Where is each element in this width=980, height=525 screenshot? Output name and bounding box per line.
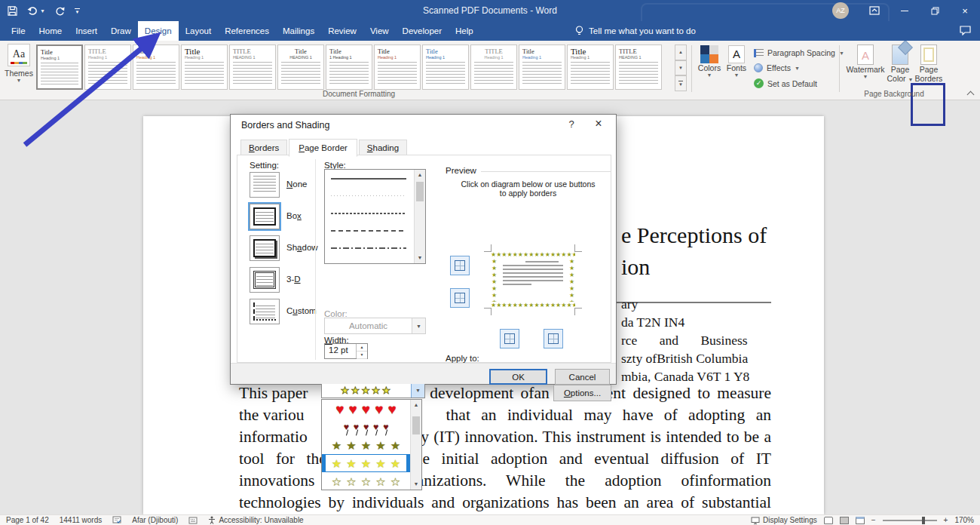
read-mode-icon[interactable] xyxy=(824,517,833,524)
line-style-option-solid[interactable] xyxy=(325,170,425,187)
tab-mailings[interactable]: Mailings xyxy=(276,21,321,41)
width-spinner[interactable]: 12 pt ▲▼ xyxy=(324,343,368,359)
style-scrollbar[interactable]: ▲ ▼ xyxy=(414,170,425,263)
zoom-slider-thumb[interactable] xyxy=(922,517,925,524)
preview-diagram[interactable]: ★★★★★★★★★★★★★★★★★★ ★★★★★★★★★★★★★★★★★★ ★★… xyxy=(491,251,575,309)
restore-button[interactable] xyxy=(920,0,950,21)
style-set-thumbnail[interactable]: TitleHEADING 1 xyxy=(277,45,324,90)
colors-button[interactable]: Colors ▼ xyxy=(695,45,724,78)
style-listbox[interactable]: ▲ ▼ xyxy=(324,169,426,264)
collapse-ribbon-icon[interactable] xyxy=(968,90,974,96)
style-set-thumbnail[interactable]: TITLEHeading 1 xyxy=(470,45,517,90)
minimize-button[interactable] xyxy=(890,0,920,21)
proofing-icon[interactable] xyxy=(112,516,121,524)
style-set-thumbnail[interactable]: TitleHeading 1 xyxy=(36,45,83,90)
style-set-thumbnail[interactable]: TitleHeading 1 xyxy=(133,45,179,90)
comments-icon[interactable] xyxy=(960,25,971,38)
print-layout-icon[interactable] xyxy=(840,517,849,524)
thumbnail-body-lines xyxy=(281,62,320,86)
bottom-border-toggle-button[interactable] xyxy=(450,288,470,308)
art-list-scrollbar[interactable]: ▲ ▼ xyxy=(410,400,421,490)
top-border-toggle-button[interactable] xyxy=(450,256,470,275)
fonts-button[interactable]: A Fonts ▼ xyxy=(724,45,749,78)
tab-layout[interactable]: Layout xyxy=(179,21,219,41)
zoom-out-button[interactable]: − xyxy=(871,516,876,524)
themes-button[interactable]: Aa Themes ▼ xyxy=(4,44,34,94)
style-set-thumbnail[interactable]: TitleHeading 1 xyxy=(181,45,228,90)
keyboard-icon[interactable] xyxy=(188,517,198,524)
dialog-help-button[interactable]: ? xyxy=(562,118,581,130)
line-style-option-densedash[interactable] xyxy=(325,204,425,222)
gallery-up-icon[interactable]: ▲ xyxy=(675,45,687,60)
web-layout-icon[interactable] xyxy=(856,517,865,524)
chevron-down-icon[interactable]: ▼ xyxy=(411,382,424,398)
gallery-more-icon[interactable]: ▼ xyxy=(675,75,687,91)
cancel-button[interactable]: Cancel xyxy=(555,369,610,385)
tab-home[interactable]: Home xyxy=(32,21,69,41)
dialog-close-button[interactable]: × xyxy=(587,117,610,130)
art-option-olive-stars[interactable]: ★★★★★ xyxy=(322,436,410,454)
tell-me-box[interactable]: Tell me what you want to do xyxy=(575,21,696,41)
tab-insert[interactable]: Insert xyxy=(69,21,104,41)
dialog-tab-shading[interactable]: Shading xyxy=(359,140,407,156)
style-set-thumbnail[interactable]: TITLEHeading 1 xyxy=(84,45,131,90)
dialog-tab-page-border[interactable]: Page Border xyxy=(289,139,357,157)
style-set-thumbnail[interactable]: TITLEHEADING 1 xyxy=(229,45,276,90)
close-button[interactable]: × xyxy=(950,0,980,21)
art-option-heart-balloons[interactable]: ♥♥♥♥♥ xyxy=(322,418,410,436)
scroll-down-icon[interactable]: ▼ xyxy=(415,253,425,263)
tab-view[interactable]: View xyxy=(363,21,396,41)
tab-design[interactable]: Design xyxy=(138,21,179,41)
ok-button[interactable]: OK xyxy=(489,369,547,385)
art-option-red-hearts[interactable]: ♥♥♥♥♥ xyxy=(322,400,410,418)
tab-developer[interactable]: Developer xyxy=(396,21,449,41)
scrollbar-thumb[interactable] xyxy=(416,182,424,201)
art-option-outline-stars[interactable]: ☆☆☆☆☆ xyxy=(322,472,410,490)
style-set-thumbnail[interactable]: TitleHeading 1 xyxy=(374,45,421,90)
dialog-tab-borders[interactable]: Borders xyxy=(240,140,287,156)
page-indicator[interactable]: Page 1 of 42 xyxy=(6,516,49,524)
line-style-option-dash[interactable] xyxy=(325,222,425,239)
chevron-down-icon[interactable]: ▼ xyxy=(412,318,425,333)
art-option-yellow-stars[interactable]: ★★★★★ xyxy=(322,454,410,472)
paragraph-spacing-button[interactable]: Paragraph Spacing ▼ xyxy=(754,48,844,57)
style-set-thumbnail[interactable]: Title1 Heading 1 xyxy=(326,45,372,90)
line-style-option-dot[interactable] xyxy=(325,187,425,204)
scroll-down-icon[interactable]: ▼ xyxy=(411,479,421,490)
scroll-up-icon[interactable]: ▲ xyxy=(411,400,421,410)
zoom-level[interactable]: 170% xyxy=(954,516,974,524)
spinner-buttons[interactable]: ▲▼ xyxy=(356,344,367,358)
word-count[interactable]: 14411 words xyxy=(60,516,103,524)
color-dropdown[interactable]: Automatic ▼ xyxy=(324,318,426,334)
display-settings-button[interactable]: Display Settings xyxy=(751,516,817,524)
tab-file[interactable]: File xyxy=(5,21,32,41)
effects-button[interactable]: Effects ▼ xyxy=(754,63,800,72)
tab-draw[interactable]: Draw xyxy=(104,21,138,41)
art-dropdown[interactable]: ★★★★★ ▼ xyxy=(321,382,425,398)
gallery-down-icon[interactable]: ▼ xyxy=(675,60,687,76)
watermark-button[interactable]: Watermark ▼ xyxy=(844,45,887,79)
zoom-in-button[interactable]: + xyxy=(944,516,948,524)
style-set-thumbnail[interactable]: TITLEHEADING 1 xyxy=(615,45,662,90)
tab-help[interactable]: Help xyxy=(449,21,480,41)
avatar[interactable]: AZ xyxy=(832,2,849,19)
right-border-toggle-button[interactable] xyxy=(544,329,563,348)
scroll-up-icon[interactable]: ▲ xyxy=(415,170,425,180)
setting-option-3d[interactable]: 3-D xyxy=(250,267,348,299)
ribbon-display-options-icon[interactable] xyxy=(859,0,890,21)
style-set-thumbnail[interactable]: TitleHeading 1 xyxy=(519,45,565,90)
scrollbar-thumb[interactable] xyxy=(412,416,420,434)
options-button[interactable]: Options... xyxy=(553,385,611,401)
line-style-option-dashdot[interactable] xyxy=(325,239,425,256)
style-set-thumbnail[interactable]: TitleHeading 1 xyxy=(567,45,614,90)
set-as-default-button[interactable]: ✓ Set as Default xyxy=(754,78,817,88)
page-color-button[interactable]: Page Color ▼ xyxy=(887,45,914,83)
zoom-slider[interactable] xyxy=(883,520,937,521)
style-set-thumbnail[interactable]: TitleHeading 1 xyxy=(422,45,469,90)
left-border-toggle-button[interactable] xyxy=(500,329,519,348)
tab-review[interactable]: Review xyxy=(321,21,363,41)
page-borders-button[interactable]: Page Borders xyxy=(914,45,944,83)
language-indicator[interactable]: Afar (Djibouti) xyxy=(132,516,178,524)
tab-references[interactable]: References xyxy=(218,21,276,41)
accessibility-status[interactable]: Accessibility: Unavailable xyxy=(208,516,303,524)
